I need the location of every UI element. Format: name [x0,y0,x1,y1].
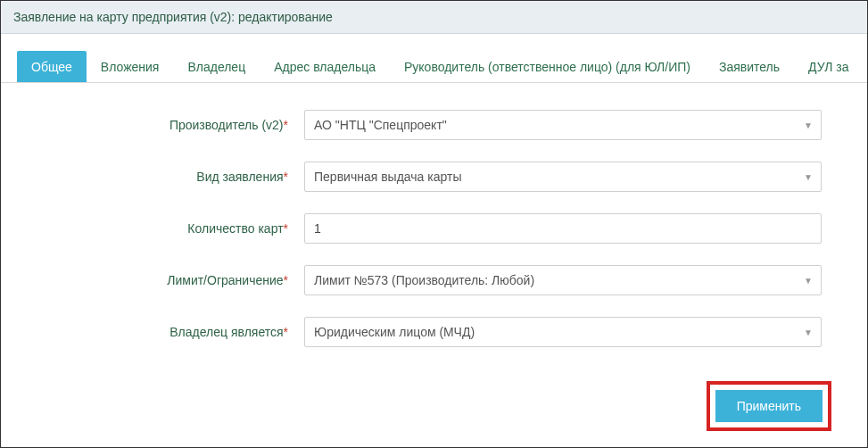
label-text: Лимит/Ограничение [167,273,283,287]
form-area: Производитель (v2)* АО "НТЦ "Спецпроект"… [1,83,867,377]
required-mark: * [284,221,288,236]
select-manufacturer-value: АО "НТЦ "Спецпроект" [304,110,822,140]
tab-dul[interactable]: ДУЛ за [794,51,863,83]
tab-owner[interactable]: Владелец [173,51,260,83]
required-mark: * [284,325,288,339]
select-limit-value: Лимит №573 (Производитель: Любой) [304,265,822,295]
tab-responsible[interactable]: Руководитель (ответственное лицо) (для Ю… [390,51,705,83]
field-row-application-type: Вид заявления* Первичная выдача карты ▼ [37,162,831,192]
page-header: Заявление на карту предприятия (v2): ред… [1,1,867,34]
apply-button-highlight: Применить [707,381,831,431]
field-row-limit: Лимит/Ограничение* Лимит №573 (Производи… [37,265,831,295]
label-limit: Лимит/Ограничение* [37,273,304,287]
label-application-type: Вид заявления* [37,170,304,184]
tabs-bar: Общее Вложения Владелец Адрес владельца … [1,50,867,83]
label-text: Производитель (v2) [169,118,284,132]
field-row-owner-is: Владелец является* Юридическим лицом (МЧ… [37,317,831,347]
page-title: Заявление на карту предприятия (v2): ред… [13,10,333,24]
field-row-card-count: Количество карт* [37,213,831,244]
select-owner-is[interactable]: Юридическим лицом (МЧД) ▼ [304,317,822,347]
label-card-count: Количество карт* [37,221,304,236]
actions-bar: Применить [1,381,867,431]
label-owner-is: Владелец является* [37,325,304,339]
label-text: Владелец является [169,325,283,339]
select-application-type-value: Первичная выдача карты [304,162,822,192]
select-manufacturer[interactable]: АО "НТЦ "Спецпроект" ▼ [304,110,822,140]
input-card-count-wrap [304,213,822,244]
required-mark: * [284,170,288,184]
label-manufacturer: Производитель (v2)* [37,118,304,132]
required-mark: * [284,273,288,287]
required-mark: * [284,118,288,132]
input-card-count[interactable] [304,213,822,244]
field-row-manufacturer: Производитель (v2)* АО "НТЦ "Спецпроект"… [37,110,831,140]
tab-owner-address[interactable]: Адрес владельца [260,51,390,83]
select-owner-is-value: Юридическим лицом (МЧД) [304,317,822,347]
label-text: Вид заявления [196,170,283,184]
label-text: Количество карт [187,221,283,236]
select-limit[interactable]: Лимит №573 (Производитель: Любой) ▼ [304,265,822,295]
apply-button[interactable]: Применить [715,390,823,422]
tab-attachments[interactable]: Вложения [87,51,174,83]
tab-applicant[interactable]: Заявитель [705,51,794,83]
select-application-type[interactable]: Первичная выдача карты ▼ [304,162,822,192]
tab-general[interactable]: Общее [17,51,87,83]
